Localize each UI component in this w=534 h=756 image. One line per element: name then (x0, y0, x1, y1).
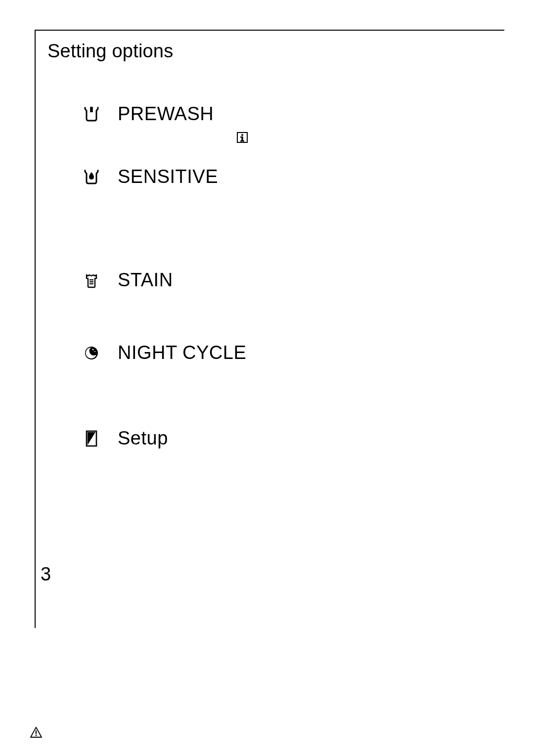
setup-icon (83, 430, 100, 447)
manual-page: Setting options PREWASH (0, 0, 534, 756)
page-frame: Setting options PREWASH (35, 30, 504, 628)
svg-rect-5 (240, 140, 244, 141)
info-icon (236, 132, 248, 143)
night-cycle-icon (83, 346, 100, 360)
svg-point-2 (241, 134, 243, 136)
svg-rect-0 (90, 107, 93, 112)
prewash-icon (83, 107, 100, 122)
footer-warning (30, 726, 43, 738)
option-setup: Setup (83, 428, 492, 449)
svg-point-14 (36, 735, 37, 736)
option-sensitive: SENSITIVE (83, 166, 492, 187)
option-label: PREWASH (118, 103, 214, 125)
option-night-cycle: NIGHT CYCLE (83, 342, 492, 363)
page-title: Setting options (47, 41, 492, 62)
option-stain: STAIN (83, 269, 492, 291)
sensitive-icon (83, 170, 100, 184)
options-list: PREWASH SENSITIV (47, 103, 492, 513)
warning-icon (30, 726, 43, 738)
svg-point-11 (94, 351, 95, 352)
stain-icon (83, 272, 100, 288)
option-prewash: PREWASH (83, 103, 492, 125)
option-label: Setup (118, 428, 168, 449)
svg-point-10 (92, 349, 94, 350)
svg-rect-4 (240, 136, 242, 137)
option-label: NIGHT CYCLE (118, 342, 246, 363)
option-label: STAIN (118, 269, 173, 291)
info-marker (236, 132, 492, 143)
option-label: SENSITIVE (118, 166, 218, 187)
